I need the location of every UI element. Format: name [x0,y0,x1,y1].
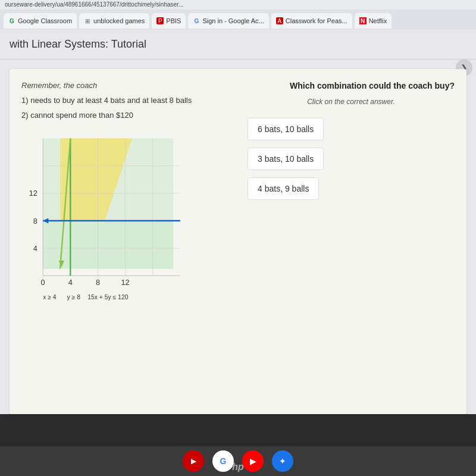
svg-text:4: 4 [68,278,73,287]
conditions-list: 1) needs to buy at least 4 bats and at l… [21,95,224,122]
tab-games[interactable]: ⊞ unblocked games [79,13,149,29]
condition-1: 1) needs to buy at least 4 bats and at l… [21,95,224,107]
svg-text:0: 0 [41,278,45,287]
hp-logo: hp [232,462,244,472]
tab-classroom[interactable]: G Google Classroom [4,13,77,29]
tab-classwork[interactable]: A Classwork for Peas... [271,13,352,29]
classwork-icon: A [276,17,283,24]
svg-text:8: 8 [33,217,37,225]
graph-svg: 12 8 4 0 4 8 12 x ≥ 4 y ≥ 8 15x + 5y [21,131,188,310]
svg-text:12: 12 [121,278,130,287]
pbis-icon: P [156,17,164,24]
right-panel: Which combination could the coach buy? C… [236,81,455,310]
taskbar: ▶ G ▶ ✦ hp [0,446,476,476]
tutorial-content: Remember, the coach 1) needs to buy at l… [10,69,466,414]
youtube-icon: ▶ [250,456,256,466]
svg-text:12: 12 [29,189,37,198]
tab-pbis[interactable]: P PBIS [152,13,186,29]
condition-2: 2) cannot spend more than $120 [21,109,224,122]
svg-text:8: 8 [96,278,100,287]
classroom-icon: G [8,17,15,24]
svg-text:x ≥ 4: x ≥ 4 [43,293,57,300]
google-g-icon: G [220,456,227,466]
answer-option-1[interactable]: 6 bats, 10 balls [248,118,324,140]
tab-bar: G Google Classroom ⊞ unblocked games P P… [0,10,476,30]
svg-text:y ≥ 8: y ≥ 8 [67,293,81,300]
svg-text:15x + 5y ≤ 120: 15x + 5y ≤ 120 [87,293,129,300]
taskbar-icon-blue[interactable]: ✦ [272,450,293,472]
taskbar-icon-youtube[interactable]: ▶ [242,450,264,472]
taskbar-icon-google[interactable]: G [212,450,234,472]
svg-text:4: 4 [33,244,37,252]
graph-container: 12 8 4 0 4 8 12 x ≥ 4 y ≥ 8 15x + 5y [21,131,188,310]
question-text: Which combination could the coach buy? [248,81,455,90]
answer-option-3[interactable]: 4 bats, 9 balls [248,177,319,200]
taskbar-icon-red[interactable]: ▶ [183,450,204,472]
page-header: with Linear Systems: Tutorial ❯ [0,30,476,60]
click-instruction: Click on the correct answer. [248,98,455,106]
netflix-icon: N [359,17,367,24]
page-title: with Linear Systems: Tutorial [10,38,146,51]
google-icon: G [193,17,200,24]
grid-icon: ⊞ [84,17,91,24]
page-wrapper: with Linear Systems: Tutorial ❯ Remember… [0,30,476,414]
answer-option-2[interactable]: 3 bats, 10 balls [248,148,324,170]
url-bar[interactable]: ourseware-delivery/ua/48961666/45137667/… [0,0,476,10]
red-icon: ▶ [191,457,196,465]
remember-heading: Remember, the coach [21,81,224,90]
tab-signin[interactable]: G Sign in - Google Ac... [188,13,268,29]
blue-icon: ✦ [279,456,286,466]
tab-netflix[interactable]: N Netflix [355,13,392,29]
left-panel: Remember, the coach 1) needs to buy at l… [21,81,224,310]
